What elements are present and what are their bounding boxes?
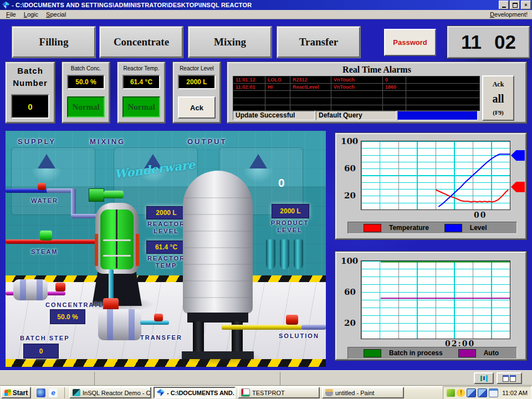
batch-swatch [364, 349, 381, 357]
reactor-temp-label: Reactor Temp. [119, 65, 164, 71]
task-label: untitled - Paint [335, 390, 374, 396]
alarm-value: 1860 [383, 84, 406, 90]
alarm-table: 11:01:12 LOLO R2312 VnTouch 0 11:02:01 H… [233, 76, 480, 111]
alarm-group: VnTouch [331, 84, 383, 90]
start-button[interactable]: Start [1, 387, 31, 398]
output-spout [266, 239, 275, 269]
y-tick-100: 100 [341, 256, 358, 266]
cascade-windows-icon[interactable] [489, 388, 498, 397]
concentrate-valve-icon [55, 283, 65, 291]
alarms-title: Real Time Alarms [228, 65, 525, 75]
y-tick-20: 20 [344, 191, 356, 201]
reactor-level-ack-button[interactable]: Ack [178, 96, 216, 119]
concentrate-button[interactable]: Concentrate [100, 27, 183, 58]
menu-logic[interactable]: Logic [20, 11, 42, 18]
alarm-group: VnTouch [331, 76, 383, 83]
zone-output: OUTPUT [187, 137, 227, 146]
lamp-glow [243, 168, 274, 183]
internet-explorer-icon[interactable]: e [49, 388, 58, 397]
y-tick-60: 60 [344, 287, 356, 297]
trend-chart-panel-1: 100 60 20 00 Temperature Level [335, 133, 526, 239]
alarm-extra [406, 84, 479, 90]
taskbar-separator [64, 387, 65, 398]
minimize-button[interactable] [499, 1, 509, 9]
water-pipe-3 [71, 214, 99, 218]
media-player-icon[interactable] [37, 388, 45, 397]
batch-conc-status: Normal [67, 96, 105, 117]
menu-file[interactable]: File [2, 11, 20, 18]
task-testprot[interactable]: TESTPROT [238, 387, 320, 398]
close-button[interactable]: × [521, 1, 531, 9]
trend-plot-2 [361, 260, 510, 339]
restore-button[interactable] [510, 1, 520, 9]
alarm-row-empty [233, 98, 479, 105]
task-label: - C:\DOCUMENTS AND... [167, 390, 236, 396]
water-label: WATER [31, 197, 58, 204]
y-tick-100: 100 [341, 136, 358, 146]
agitator-paddle [103, 255, 131, 257]
alarm-tagname: ReactLevel [290, 84, 331, 90]
paint-cup-icon [325, 389, 333, 396]
transfer-pump [98, 309, 141, 340]
window-titlebar[interactable]: - C:\DOCUMENTS AND SETTINGS\ADMINISTRATO… [0, 0, 532, 10]
reactor-heater-band [95, 234, 98, 266]
windows-tool-button[interactable] [497, 372, 522, 384]
filling-button[interactable]: Filling [12, 27, 95, 58]
network-icon[interactable] [467, 388, 476, 397]
mixing-button[interactable]: Mixing [188, 27, 272, 58]
ack-all-button[interactable]: Ack all (F9) [482, 75, 514, 121]
alarm-state: HI [265, 84, 290, 90]
ack-all-line1: Ack [493, 80, 504, 89]
agitator-motor-icon [89, 188, 104, 202]
intouch-tray-icon[interactable] [447, 389, 455, 397]
alarm-row[interactable]: 11:01:12 LOLO R2312 VnTouch 0 [233, 76, 479, 84]
reactor-level-panel: Reactor Level 2000 L Ack [173, 62, 221, 123]
clock-minute: 02 [494, 31, 516, 53]
y-tick-60: 60 [344, 163, 356, 173]
x-tick-1: 00 [474, 211, 487, 219]
level-legend-label: Level [470, 224, 487, 232]
windows-flag-icon [4, 389, 11, 396]
alarm-extra [406, 76, 479, 83]
transfer-valve-icon [154, 314, 163, 321]
output-spout [280, 239, 289, 269]
menu-special[interactable]: Special [42, 11, 70, 18]
task-insql-reactor-demo[interactable]: InSQL Reactor Demo - C... [69, 387, 151, 398]
steam-label: STEAM [31, 248, 58, 255]
background-window-strip [0, 370, 532, 386]
batch-step-value: 0 [23, 344, 59, 359]
ack-all-line3: (F9) [493, 109, 504, 116]
transfer-button[interactable]: Transfer [277, 27, 360, 58]
trend-lines-1 [361, 141, 510, 209]
task-intouch-window[interactable]: - C:\DOCUMENTS AND... [154, 387, 236, 398]
value-pointers [511, 141, 525, 209]
batch-legend-label: Batch in process [389, 349, 443, 357]
alert-shield-icon[interactable]: ! [457, 389, 465, 397]
temperature-legend-label: Temperature [389, 224, 429, 232]
reactor-temp-readout: 61.4 °C [146, 241, 186, 254]
concentrate-value: 50.0 % [50, 309, 85, 324]
wonderware-task-icon [157, 389, 165, 396]
pump-band [37, 279, 43, 300]
legend-2: Batch in process Auto [347, 347, 517, 359]
alarm-query-name: Default Query [316, 111, 396, 120]
legend-1: Temperature Level [347, 222, 517, 234]
reactor-level-value: 2000 L [178, 75, 216, 89]
reactor-temp-value: 61.4 °C [122, 75, 160, 89]
trend-plot-1 [361, 141, 510, 210]
pump-band [129, 309, 135, 340]
alarm-row[interactable]: 11:02:01 HI ReactLevel VnTouch 1860 [233, 84, 479, 91]
menu-development[interactable]: Development! [486, 11, 530, 18]
chart-tool-button[interactable] [474, 372, 494, 384]
testprot-doc-icon [241, 388, 250, 397]
bar-chart-icon [486, 375, 488, 382]
reactor-temp-panel: Reactor Temp. 61.4 °C Normal [117, 62, 165, 123]
tank-platform [182, 351, 254, 359]
clock-hour: 11 [461, 31, 482, 53]
network-icon[interactable] [478, 388, 487, 397]
tray-clock: 11:02 AM [502, 390, 528, 396]
batch-step-label: BATCH STEP [20, 335, 69, 341]
task-paint[interactable]: untitled - Paint [322, 387, 404, 398]
steam-valve-icon [40, 231, 52, 241]
password-button[interactable]: Password [384, 29, 436, 56]
